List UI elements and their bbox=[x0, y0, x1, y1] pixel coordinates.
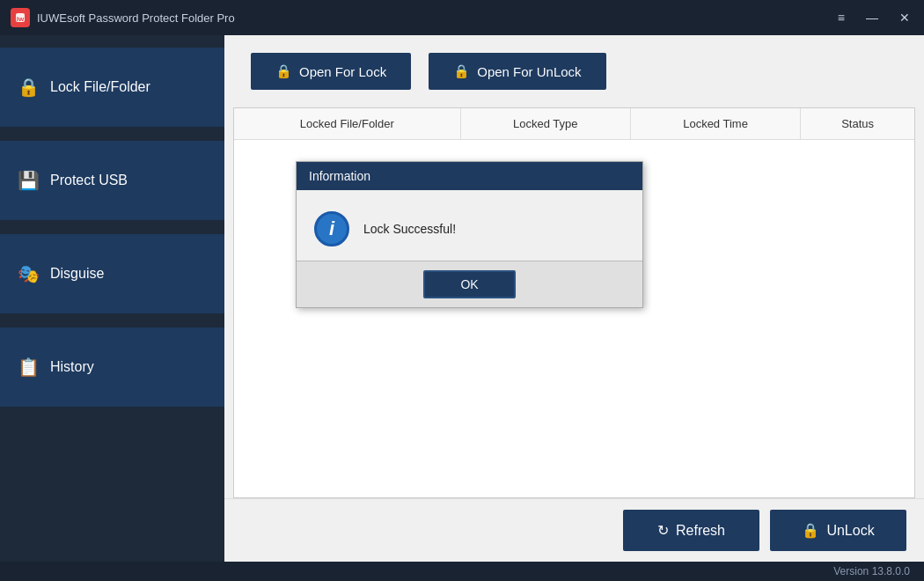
lock-btn-icon: 🔒 bbox=[275, 63, 292, 79]
unlock-button[interactable]: 🔒 UnLock bbox=[770, 510, 906, 551]
top-buttons-area: 🔒 Open For Lock 🔒 Open For UnLock bbox=[224, 35, 924, 107]
dialog-title: Information bbox=[309, 169, 370, 183]
refresh-icon: ↻ bbox=[657, 522, 669, 539]
titlebar-controls: ≡ — ✕ bbox=[834, 8, 913, 27]
sidebar: 🔒 Lock File/Folder 💾 Protect USB 🎭 Disgu… bbox=[0, 35, 224, 562]
information-dialog: Information i Lock Successful! OK bbox=[296, 161, 643, 308]
unlock-label: UnLock bbox=[826, 523, 874, 539]
table-area: Locked File/Folder Locked Type Locked Ti… bbox=[233, 107, 915, 498]
titlebar-left: iw IUWEsoft Password Protect Folder Pro bbox=[11, 8, 235, 27]
right-panel: 🔒 Open For Lock 🔒 Open For UnLock Locked… bbox=[224, 35, 924, 562]
bottom-bar: ↻ Refresh 🔒 UnLock bbox=[224, 498, 924, 562]
sidebar-label-disguise: Disguise bbox=[50, 266, 104, 282]
dialog-titlebar: Information bbox=[297, 162, 642, 190]
dialog-body: i Lock Successful! bbox=[297, 190, 642, 261]
sidebar-item-lock-file-folder[interactable]: 🔒 Lock File/Folder bbox=[0, 48, 224, 127]
unlock-icon: 🔒 bbox=[802, 522, 819, 539]
main-content: 🔒 Lock File/Folder 💾 Protect USB 🎭 Disgu… bbox=[0, 35, 924, 562]
usb-icon: 💾 bbox=[18, 170, 40, 191]
svg-text:iw: iw bbox=[17, 15, 25, 23]
info-icon: i bbox=[314, 211, 349, 246]
sidebar-label-lock: Lock File/Folder bbox=[50, 79, 150, 95]
minimize-button[interactable]: — bbox=[862, 8, 882, 27]
history-icon: 📋 bbox=[18, 357, 40, 378]
dialog-overlay: Information i Lock Successful! OK bbox=[234, 108, 914, 497]
sidebar-item-history[interactable]: 📋 History bbox=[0, 327, 224, 407]
menu-button[interactable]: ≡ bbox=[834, 8, 848, 27]
refresh-label: Refresh bbox=[676, 523, 725, 539]
unlock-btn-icon: 🔒 bbox=[453, 63, 470, 79]
dialog-footer: OK bbox=[297, 261, 642, 307]
dialog-ok-button[interactable]: OK bbox=[423, 270, 515, 298]
lock-icon: 🔒 bbox=[18, 77, 40, 98]
version-text: Version 13.8.0.0 bbox=[833, 565, 910, 577]
titlebar: iw IUWEsoft Password Protect Folder Pro … bbox=[0, 0, 924, 35]
dialog-message: Lock Successful! bbox=[363, 222, 456, 236]
open-for-lock-label: Open For Lock bbox=[299, 64, 386, 79]
refresh-button[interactable]: ↻ Refresh bbox=[623, 510, 759, 551]
sidebar-label-usb: Protect USB bbox=[50, 173, 128, 188]
close-button[interactable]: ✕ bbox=[896, 8, 913, 27]
sidebar-item-protect-usb[interactable]: 💾 Protect USB bbox=[0, 141, 224, 220]
app-icon: iw bbox=[11, 8, 30, 27]
disguise-icon: 🎭 bbox=[18, 263, 40, 284]
sidebar-label-history: History bbox=[50, 359, 94, 375]
open-for-lock-button[interactable]: 🔒 Open For Lock bbox=[251, 53, 411, 90]
app-title: IUWEsoft Password Protect Folder Pro bbox=[37, 11, 235, 25]
open-for-unlock-label: Open For UnLock bbox=[477, 64, 581, 79]
sidebar-item-disguise[interactable]: 🎭 Disguise bbox=[0, 234, 224, 313]
open-for-unlock-button[interactable]: 🔒 Open For UnLock bbox=[429, 53, 605, 90]
version-bar: Version 13.8.0.0 bbox=[0, 562, 924, 581]
